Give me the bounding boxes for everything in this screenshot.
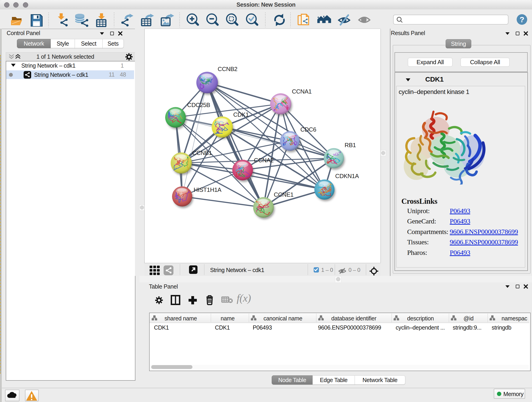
svg-text:CCNA2: CCNA2 xyxy=(254,157,273,164)
svg-text:CDC6: CDC6 xyxy=(300,126,316,133)
svg-text:RB1: RB1 xyxy=(345,142,356,148)
svg-text:CCNB1: CCNB1 xyxy=(192,149,212,156)
svg-text:CCNB2: CCNB2 xyxy=(218,65,237,72)
svg-text:CCNE1: CCNE1 xyxy=(274,191,293,198)
svg-text:CDC25B: CDC25B xyxy=(187,102,210,108)
svg-text:CDK1: CDK1 xyxy=(233,111,249,118)
svg-text:CDKN1A: CDKN1A xyxy=(335,172,359,179)
svg-text:HIST1H1A: HIST1H1A xyxy=(194,186,222,193)
svg-text:CCNA1: CCNA1 xyxy=(292,88,312,95)
